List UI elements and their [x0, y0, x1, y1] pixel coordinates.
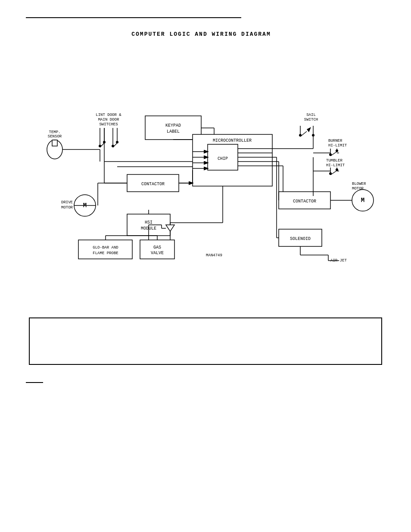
- svg-marker-37: [307, 127, 311, 132]
- svg-text:HSI: HSI: [145, 220, 153, 225]
- svg-text:BURNER: BURNER: [328, 139, 342, 143]
- diagram-area: TEMP. SENSOR LINT DOOR & MAIN DOOR SWITC…: [29, 50, 382, 292]
- temp-sensor-label: TEMP.: [49, 130, 60, 134]
- svg-text:MAN4749: MAN4749: [206, 253, 222, 258]
- svg-text:GLO-BAR AND: GLO-BAR AND: [93, 246, 118, 250]
- svg-point-38: [312, 134, 314, 137]
- svg-text:CONTACTOR: CONTACTOR: [141, 182, 165, 187]
- svg-text:MAIN DOOR: MAIN DOOR: [98, 118, 119, 122]
- svg-text:BLOWER: BLOWER: [352, 182, 366, 186]
- svg-text:DRIVE: DRIVE: [61, 200, 73, 205]
- page: COMPUTER LOGIC AND WIRING DIAGRAM TEMP. …: [0, 0, 411, 532]
- svg-point-14: [116, 141, 118, 143]
- svg-text:SOLENOID: SOLENOID: [290, 236, 311, 241]
- svg-text:FLAME PROBE: FLAME PROBE: [93, 251, 118, 255]
- svg-text:VALVE: VALVE: [151, 251, 164, 255]
- svg-line-55: [330, 171, 337, 175]
- svg-text:MOTOR: MOTOR: [61, 205, 73, 210]
- svg-text:LABEL: LABEL: [167, 129, 180, 134]
- svg-text:CHIP: CHIP: [218, 156, 228, 161]
- top-rule: [26, 17, 241, 18]
- svg-text:SWITCHES: SWITCHES: [99, 122, 118, 127]
- bottom-rule: [26, 382, 43, 383]
- svg-text:MOTOR: MOTOR: [352, 187, 364, 191]
- svg-text:CONTACTOR: CONTACTOR: [293, 199, 316, 204]
- svg-text:KEYPAD: KEYPAD: [165, 123, 181, 128]
- svg-line-46: [330, 152, 337, 156]
- diagram-title: COMPUTER LOGIC AND WIRING DIAGRAM: [17, 31, 385, 37]
- svg-point-47: [336, 149, 338, 152]
- svg-text:SWITCH: SWITCH: [304, 118, 318, 122]
- svg-text:SENSOR: SENSOR: [48, 134, 62, 139]
- svg-text:HI-LIMIT: HI-LIMIT: [328, 143, 347, 148]
- svg-text:GAS: GAS: [153, 245, 161, 250]
- svg-text:TUMBLER: TUMBLER: [326, 159, 342, 163]
- svg-text:SAIL: SAIL: [306, 113, 316, 117]
- svg-text:M: M: [361, 197, 364, 204]
- svg-text:LINT DOOR &: LINT DOOR &: [96, 113, 121, 117]
- svg-line-36: [300, 131, 307, 137]
- svg-point-56: [336, 168, 338, 171]
- bottom-box: [29, 317, 382, 365]
- svg-rect-2: [52, 140, 57, 146]
- svg-text:HI-LIMIT: HI-LIMIT: [326, 163, 345, 168]
- svg-text:MICROCONTROLLER: MICROCONTROLLER: [213, 138, 252, 143]
